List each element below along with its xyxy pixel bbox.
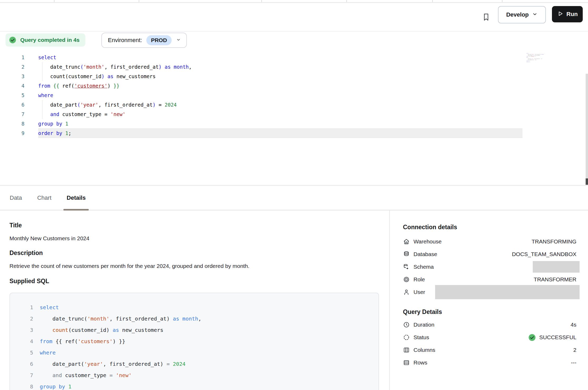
code-line-1[interactable]: 1select — [10, 302, 378, 313]
line-number: 8 — [0, 119, 24, 128]
details-side-panel: Connection details WarehouseTRANSFORMING… — [389, 211, 588, 390]
success-check-icon — [528, 333, 536, 342]
tab-separator — [346, 0, 347, 2]
row-label: Role — [413, 276, 425, 283]
row-label: Duration — [413, 322, 434, 328]
code-text: group by 1 — [38, 119, 522, 128]
code-text: and customer_type = 'new' — [38, 109, 522, 119]
bookmark-icon — [482, 13, 490, 23]
code-line-4[interactable]: 4from {{ ref('customers') }} — [0, 81, 522, 91]
code-line-9[interactable]: 9order by 1; — [0, 128, 522, 138]
title-value: Monthly New Customers in 2024 — [9, 235, 89, 242]
code-line-1[interactable]: 1select — [0, 53, 522, 62]
supplied-sql-heading: Supplied SQL — [9, 278, 49, 285]
code-line-5[interactable]: 5where — [0, 91, 522, 100]
code-line-2[interactable]: 2 date_trunc('month', first_ordered_at) … — [10, 313, 378, 324]
line-number: 5 — [10, 347, 33, 358]
query-status-badge: Query completed in 4s — [6, 33, 85, 47]
connection-details-heading: Connection details — [403, 223, 576, 232]
result-tabs: DataChartDetails — [0, 185, 588, 211]
row-label: Rows — [413, 359, 427, 366]
title-heading: Title — [9, 222, 22, 229]
scrollbar-thumb[interactable] — [586, 178, 588, 185]
warehouse-icon — [403, 238, 410, 245]
code-text: select — [40, 302, 59, 313]
editor-minimap[interactable]: select date_trunc('month', first_ordered… — [526, 53, 556, 65]
tab-separator — [261, 0, 262, 2]
line-number: 1 — [10, 302, 33, 313]
row-value: DOCS_TEAM_SANDBOX — [512, 251, 576, 257]
code-text: group by 1 — [40, 381, 71, 390]
code-line-6[interactable]: 6 date_part('year', first_ordered_at) = … — [10, 358, 378, 370]
code-text: where — [40, 347, 56, 358]
chevron-down-icon — [176, 37, 181, 43]
code-line-4[interactable]: 4from {{ ref('customers') }} — [10, 336, 378, 347]
code-text: and customer_type = 'new' — [40, 370, 132, 381]
line-number: 5 — [0, 91, 24, 100]
success-check-icon — [9, 36, 17, 44]
code-text: from {{ ref('customers') }} — [38, 81, 522, 91]
line-number: 9 — [0, 128, 24, 138]
row-value: SUCCESSFUL — [539, 334, 576, 341]
code-line-8[interactable]: 8group by 1 — [10, 381, 378, 390]
redacted-value — [435, 285, 580, 299]
code-text: date_trunc('month', first_ordered_at) as… — [38, 62, 522, 72]
detail-row-user: User — [403, 286, 576, 298]
tab-separator — [139, 0, 139, 2]
row-label: Schema — [413, 264, 434, 270]
scrollbar-track[interactable] — [586, 74, 588, 185]
line-number: 2 — [10, 313, 33, 324]
user-icon — [403, 289, 410, 296]
code-line-7[interactable]: 7 and customer_type = 'new' — [0, 109, 522, 119]
tab-data[interactable]: Data — [10, 186, 22, 210]
code-text: count(customer_id) as new_customers — [40, 324, 163, 336]
detail-row-rows: Rows--- — [403, 356, 576, 369]
tab-chart[interactable]: Chart — [37, 186, 51, 210]
code-line-9[interactable]: order by 1; — [526, 61, 554, 62]
line-number: 3 — [0, 72, 24, 81]
description-heading: Description — [9, 249, 43, 257]
code-line-5[interactable]: 5where — [10, 347, 378, 358]
run-button[interactable]: Run — [552, 6, 583, 22]
code-line-6[interactable]: 6 date_part('year', first_ordered_at) = … — [0, 100, 522, 109]
detail-row-warehouse: WarehouseTRANSFORMING — [403, 235, 576, 248]
develop-label: Develop — [506, 11, 529, 18]
sql-editor[interactable]: 1select2 date_trunc('month', first_order… — [0, 53, 522, 138]
role-icon — [403, 276, 410, 283]
code-line-3[interactable]: 3 count(customer_id) as new_customers — [0, 72, 522, 81]
row-value: TRANSFORMER — [534, 276, 576, 283]
line-number: 3 — [10, 324, 33, 336]
code-line-2[interactable]: 2 date_trunc('month', first_ordered_at) … — [0, 62, 522, 72]
code-text: from {{ ref('customers') }} — [40, 336, 125, 347]
line-number: 4 — [10, 336, 33, 347]
detail-row-status: StatusSUCCESSFUL — [403, 331, 576, 344]
description-value: Retrieve the count of new customers per … — [9, 263, 250, 269]
run-label: Run — [566, 11, 578, 18]
play-icon — [557, 10, 564, 18]
columns-icon — [403, 347, 410, 353]
code-text: where — [38, 91, 522, 100]
line-number: 1 — [0, 53, 24, 62]
row-value: 2 — [573, 347, 576, 353]
line-number: 7 — [0, 109, 24, 119]
tab-details[interactable]: Details — [67, 186, 86, 210]
detail-row-database: DatabaseDOCS_TEAM_SANDBOX — [403, 248, 576, 261]
develop-dropdown[interactable]: Develop — [498, 6, 546, 23]
code-text: date_trunc('month', first_ordered_at) as… — [40, 313, 201, 324]
chevron-down-icon — [532, 11, 538, 18]
toolbar-header: Develop Run — [0, 3, 588, 32]
environment-dropdown[interactable]: Environment: PROD — [101, 33, 187, 48]
bookmark-button[interactable] — [482, 13, 491, 22]
code-line-7[interactable]: 7 and customer_type = 'new' — [10, 370, 378, 381]
code-text: order by 1; — [38, 128, 522, 138]
detail-row-columns: Columns2 — [403, 344, 576, 356]
code-line-3[interactable]: 3 count(customer_id) as new_customers — [10, 324, 378, 336]
code-text: date_part('year', first_ordered_at) = 20… — [40, 358, 186, 370]
environment-label: Environment: — [108, 37, 142, 44]
line-number: 6 — [10, 358, 33, 370]
code-line-8[interactable]: 8group by 1 — [0, 119, 522, 128]
code-text: date_part('year', first_ordered_at) = 20… — [38, 100, 522, 109]
duration-icon — [403, 321, 410, 328]
row-label: Columns — [413, 347, 435, 353]
row-label: Warehouse — [413, 238, 442, 245]
